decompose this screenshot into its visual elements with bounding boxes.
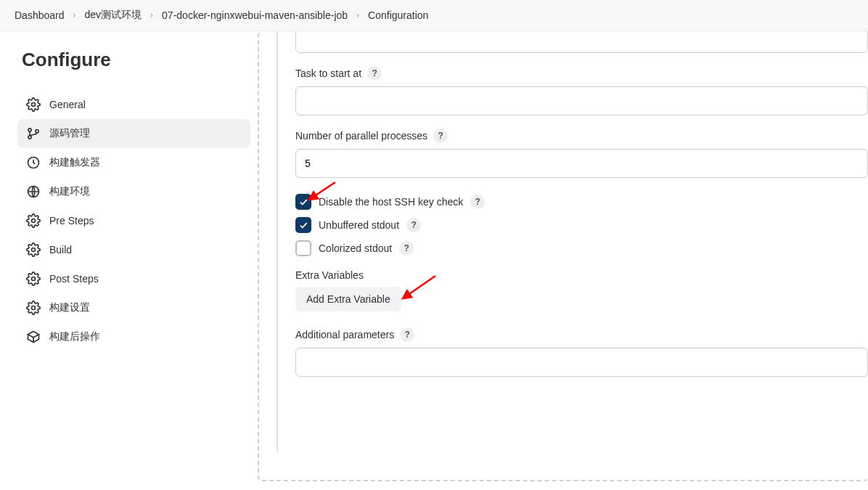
sidebar-item-build[interactable]: Build — [17, 235, 250, 264]
additional-params-label: Additional parameters — [295, 329, 394, 340]
button-label: Add Extra Variable — [306, 293, 390, 305]
unbuffered-checkbox[interactable] — [295, 217, 311, 233]
svg-point-1 — [28, 128, 31, 131]
sidebar-item-label: Pre Steps — [49, 215, 94, 226]
task-start-label: Task to start at — [295, 68, 361, 79]
sidebar-item-general[interactable]: General — [17, 90, 250, 119]
help-icon[interactable]: ? — [399, 241, 414, 256]
build-step-container: Task to start at ? Number of parallel pr… — [258, 31, 868, 481]
extra-vars-label: Extra Variables — [295, 269, 364, 281]
breadcrumb: Dashboard › dev测试环境 › 07-docker-nginxweb… — [0, 0, 868, 31]
sidebar-item-label: 构建设置 — [49, 301, 90, 314]
breadcrumb-job[interactable]: 07-docker-nginxwebui-maven-ansible-job — [162, 9, 348, 21]
svg-point-7 — [32, 248, 36, 252]
svg-point-9 — [32, 306, 36, 310]
divider — [277, 31, 278, 452]
additional-params-input[interactable] — [295, 348, 868, 377]
task-start-input[interactable] — [295, 86, 868, 115]
unbuffered-label: Unbuffered stdout — [319, 219, 399, 231]
clock-icon — [26, 155, 41, 170]
sidebar-item-triggers[interactable]: 构建触发器 — [17, 148, 250, 177]
chevron-right-icon: › — [150, 10, 153, 20]
help-icon[interactable]: ? — [470, 195, 485, 209]
colorized-label: Colorized stdout — [319, 242, 392, 254]
page-title: Configure — [17, 49, 250, 71]
sidebar-item-label: 构建环境 — [49, 185, 90, 198]
breadcrumb-dashboard[interactable]: Dashboard — [15, 9, 65, 21]
sidebar-item-post-steps[interactable]: Post Steps — [17, 264, 250, 293]
parallel-label: Number of parallel processes — [295, 130, 427, 142]
sidebar-item-label: 源码管理 — [49, 127, 90, 140]
gear-icon — [26, 242, 41, 257]
svg-point-6 — [32, 219, 36, 223]
svg-point-0 — [32, 103, 36, 107]
main-content: Task to start at ? Number of parallel pr… — [258, 31, 868, 488]
prev-field-input[interactable] — [295, 31, 868, 53]
help-icon[interactable]: ? — [400, 327, 414, 342]
svg-point-3 — [36, 130, 38, 133]
gear-icon — [26, 97, 41, 112]
svg-point-2 — [28, 136, 31, 139]
breadcrumb-env[interactable]: dev测试环境 — [85, 9, 142, 22]
gear-icon — [26, 213, 41, 228]
help-icon[interactable]: ? — [406, 218, 421, 232]
sidebar-item-scm[interactable]: 源码管理 — [17, 119, 250, 148]
sidebar: Configure General 源码管理 构建触发器 — [0, 31, 258, 488]
disable-ssh-checkbox[interactable] — [295, 194, 311, 210]
parallel-input[interactable] — [295, 149, 868, 178]
gear-icon — [26, 301, 41, 315]
sidebar-item-label: Post Steps — [49, 273, 99, 285]
disable-ssh-label: Disable the host SSH key check — [319, 196, 463, 208]
sidebar-item-build-settings[interactable]: 构建设置 — [17, 293, 250, 322]
box-icon — [26, 330, 41, 344]
svg-point-8 — [32, 277, 36, 281]
sidebar-item-label: 构建触发器 — [49, 156, 100, 169]
sidebar-item-label: 构建后操作 — [49, 330, 100, 343]
globe-icon — [26, 184, 41, 199]
sidebar-item-label: General — [49, 99, 86, 110]
sidebar-item-pre-steps[interactable]: Pre Steps — [17, 206, 250, 235]
sidebar-item-label: Build — [49, 244, 72, 256]
help-icon[interactable]: ? — [433, 128, 448, 143]
add-extra-variable-button[interactable]: Add Extra Variable — [295, 287, 401, 311]
branch-icon — [26, 126, 41, 141]
breadcrumb-configuration[interactable]: Configuration — [368, 9, 428, 21]
gear-icon — [26, 271, 41, 286]
chevron-right-icon: › — [73, 10, 76, 20]
sidebar-item-post-actions[interactable]: 构建后操作 — [17, 322, 250, 351]
sidebar-item-build-env[interactable]: 构建环境 — [17, 177, 250, 206]
chevron-right-icon: › — [356, 10, 359, 20]
help-icon[interactable]: ? — [367, 66, 382, 81]
colorized-checkbox[interactable] — [295, 240, 311, 256]
